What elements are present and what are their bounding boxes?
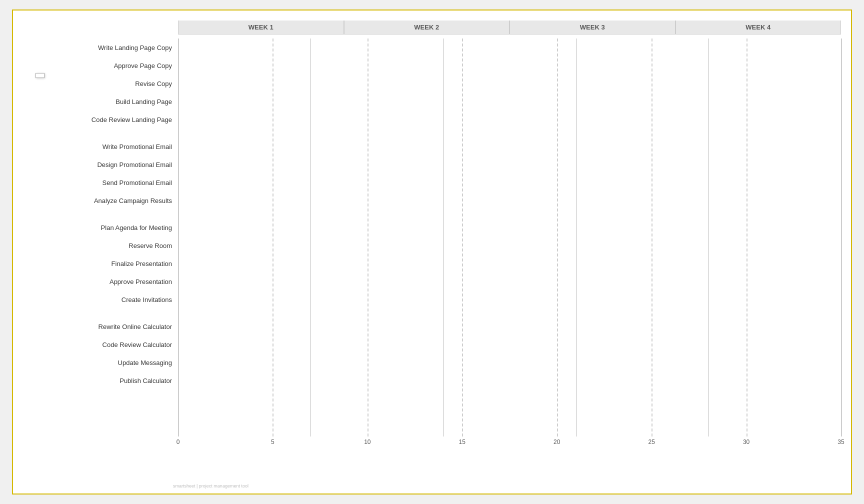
y-label-approve-page-copy: Approve Page Copy — [23, 56, 178, 74]
bar-row — [178, 56, 841, 74]
x-tick-0: 0 — [176, 438, 180, 446]
y-label-rewrite-online-calculator: Rewrite Online Calculator — [23, 318, 178, 336]
tooltip-vertical-axis — [36, 73, 44, 78]
bar-row — [178, 92, 841, 110]
y-label-reserve-room: Reserve Room — [23, 236, 178, 254]
chart-body: Write Landing Page CopyApprove Page Copy… — [23, 38, 841, 452]
week-header-4: WEEK 4 — [676, 20, 842, 34]
bar-row — [178, 192, 841, 210]
y-label-write-landing-page-copy: Write Landing Page Copy — [23, 38, 178, 56]
bar-row — [178, 110, 841, 128]
y-label-analyze-campaign-results: Analyze Campaign Results — [23, 192, 178, 210]
week-header-3: WEEK 3 — [510, 20, 676, 34]
watermark: smartsheet | project management tool — [173, 484, 248, 488]
x-tick-10: 10 — [364, 438, 370, 446]
y-label-code-review-landing-page: Code Review Landing Page — [23, 110, 178, 128]
gantt-chart: WEEK 1WEEK 2WEEK 3WEEK 4 Write Landing P… — [12, 10, 852, 494]
bar-row — [178, 138, 841, 156]
x-tick-5: 5 — [271, 438, 274, 446]
bar-row — [178, 174, 841, 192]
bar-row — [178, 236, 841, 254]
week-header-1: WEEK 1 — [178, 20, 344, 34]
y-label-plan-agenda-for-meeting: Plan Agenda for Meeting — [23, 218, 178, 236]
y-label-update-messaging: Update Messaging — [23, 354, 178, 372]
bar-row — [178, 156, 841, 174]
bar-row — [178, 272, 841, 290]
grid-line-week-5 — [841, 38, 842, 436]
y-label-approve-presentation: Approve Presentation — [23, 272, 178, 290]
y-axis: Write Landing Page CopyApprove Page Copy… — [23, 38, 178, 452]
x-tick-25: 25 — [648, 438, 654, 446]
y-spacer — [23, 210, 178, 218]
y-label-revise-copy: Revise Copy — [23, 74, 178, 92]
y-label-write-promotional-email: Write Promotional Email — [23, 138, 178, 156]
x-tick-20: 20 — [554, 438, 560, 446]
x-tick-35: 35 — [838, 438, 844, 446]
bar-row — [178, 38, 841, 56]
y-label-send-promotional-email: Send Promotional Email — [23, 174, 178, 192]
y-label-build-landing-page: Build Landing Page — [23, 92, 178, 110]
y-label-code-review-calculator: Code Review Calculator — [23, 336, 178, 354]
bar-row — [178, 290, 841, 308]
bar-row — [178, 372, 841, 390]
chart-plot: 05101520253035 — [178, 38, 841, 452]
x-axis: 05101520253035 — [178, 436, 841, 452]
y-label-publish-calculator: Publish Calculator — [23, 372, 178, 390]
bars-area — [178, 38, 841, 436]
y-spacer — [23, 308, 178, 318]
week-header-row: WEEK 1WEEK 2WEEK 3WEEK 4 — [178, 20, 841, 34]
x-tick-30: 30 — [743, 438, 750, 446]
bar-row — [178, 336, 841, 354]
bar-row — [178, 74, 841, 92]
bar-row — [178, 318, 841, 336]
y-label-finalize-presentation: Finalize Presentation — [23, 254, 178, 272]
y-label-design-promotional-email: Design Promotional Email — [23, 156, 178, 174]
y-spacer — [23, 128, 178, 138]
bar-row — [178, 218, 841, 236]
bar-row — [178, 254, 841, 272]
x-tick-15: 15 — [459, 438, 466, 446]
y-label-create-invitations: Create Invitations — [23, 290, 178, 308]
week-header-2: WEEK 2 — [344, 20, 510, 34]
bar-row — [178, 354, 841, 372]
